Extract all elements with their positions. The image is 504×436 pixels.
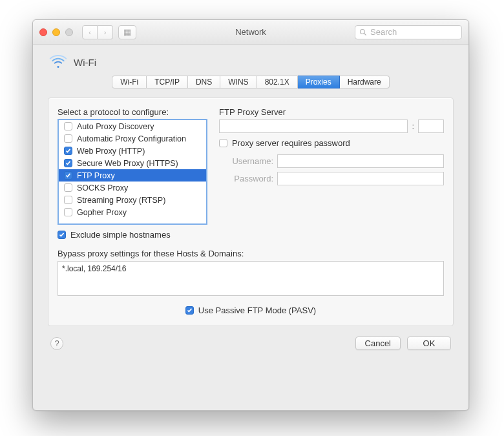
protocols-list[interactable]: Auto Proxy DiscoveryAutomatic Proxy Conf… (58, 119, 207, 225)
protocol-checkbox[interactable] (64, 122, 72, 130)
ok-button[interactable]: OK (407, 337, 451, 350)
titlebar: ‹ › ▦ Network Search (33, 20, 468, 45)
requires-password-checkbox[interactable] (219, 139, 227, 147)
pane-header: Wi-Fi (48, 54, 454, 70)
protocol-label: SOCKS Proxy (77, 183, 128, 192)
password-input[interactable] (277, 172, 444, 185)
protocol-row[interactable]: Web Proxy (HTTP) (59, 145, 206, 157)
proxies-panel: Select a protocol to configure: Auto Pro… (48, 98, 454, 326)
protocol-checkbox[interactable] (64, 171, 72, 180)
protocol-row[interactable]: FTP Proxy (59, 169, 206, 182)
tab-hardware[interactable]: Hardware (340, 76, 390, 88)
search-field[interactable]: Search (355, 25, 462, 39)
tab-wifi[interactable]: Wi-Fi (112, 76, 147, 88)
pasv-label: Use Passive FTP Mode (PASV) (198, 306, 316, 315)
search-placeholder: Search (370, 27, 397, 37)
protocol-row[interactable]: SOCKS Proxy (59, 182, 206, 194)
protocol-label: FTP Proxy (77, 171, 115, 180)
protocol-checkbox[interactable] (64, 134, 72, 143)
proxy-port-input[interactable] (418, 119, 444, 133)
pane-title: Wi-Fi (74, 57, 96, 68)
protocol-label: Gopher Proxy (77, 208, 127, 217)
exclude-simple-label: Exclude simple hostnames (70, 230, 171, 240)
protocols-label: Select a protocol to configure: (58, 107, 207, 117)
protocol-row[interactable]: Auto Proxy Discovery (59, 120, 206, 132)
protocol-row[interactable]: Streaming Proxy (RTSP) (59, 194, 206, 206)
protocol-checkbox[interactable] (64, 183, 72, 192)
password-label: Password: (219, 174, 273, 183)
proxy-address-input[interactable] (219, 119, 408, 133)
exclude-simple-checkbox[interactable] (58, 231, 66, 239)
username-input[interactable] (277, 154, 444, 168)
tab-dns[interactable]: DNS (188, 76, 220, 88)
show-all-button[interactable]: ▦ (118, 25, 136, 39)
bypass-textarea[interactable] (58, 261, 444, 296)
protocol-label: Streaming Proxy (RTSP) (77, 196, 165, 205)
forward-button[interactable]: › (98, 25, 113, 39)
back-button[interactable]: ‹ (82, 25, 98, 39)
server-label: FTP Proxy Server (219, 107, 444, 117)
username-label: Username: (219, 156, 273, 166)
tab-tcpip[interactable]: TCP/IP (147, 76, 188, 88)
protocol-row[interactable]: Automatic Proxy Configuration (59, 132, 206, 145)
protocol-row[interactable]: Secure Web Proxy (HTTPS) (59, 157, 206, 169)
chevron-right-icon: › (104, 28, 107, 36)
chevron-left-icon: ‹ (89, 28, 91, 36)
search-icon (359, 28, 367, 36)
network-window: ‹ › ▦ Network Search Wi-Fi Wi-FiTCP/IPDN… (32, 19, 469, 411)
protocol-label: Web Proxy (HTTP) (77, 147, 145, 156)
svg-line-1 (364, 33, 366, 35)
window-controls (39, 28, 73, 36)
cancel-button[interactable]: Cancel (355, 337, 401, 350)
svg-point-0 (361, 29, 365, 34)
grid-icon: ▦ (123, 27, 131, 37)
address-port-separator: : (412, 121, 414, 131)
requires-password-label: Proxy server requires password (232, 138, 350, 148)
protocol-checkbox[interactable] (64, 208, 72, 216)
protocol-label: Automatic Proxy Configuration (77, 134, 186, 143)
wifi-icon (49, 54, 67, 70)
nav-buttons: ‹ › (82, 25, 113, 39)
tab-wins[interactable]: WINS (220, 76, 257, 88)
protocol-checkbox[interactable] (64, 147, 72, 155)
tab-proxies[interactable]: Proxies (298, 76, 340, 88)
minimize-window-button[interactable] (52, 28, 60, 36)
protocol-row[interactable]: Gopher Proxy (59, 206, 206, 218)
bypass-label: Bypass proxy settings for these Hosts & … (58, 249, 444, 258)
tab-8021x[interactable]: 802.1X (257, 76, 298, 88)
zoom-window-button (65, 28, 73, 36)
protocol-label: Auto Proxy Discovery (77, 122, 154, 131)
tabs: Wi-FiTCP/IPDNSWINS802.1XProxiesHardware (48, 76, 454, 88)
pasv-checkbox[interactable] (185, 306, 194, 315)
protocol-label: Secure Web Proxy (HTTPS) (77, 159, 178, 168)
protocol-checkbox[interactable] (64, 196, 72, 204)
protocol-checkbox[interactable] (64, 159, 72, 167)
help-button[interactable]: ? (50, 337, 63, 350)
close-window-button[interactable] (39, 28, 47, 36)
